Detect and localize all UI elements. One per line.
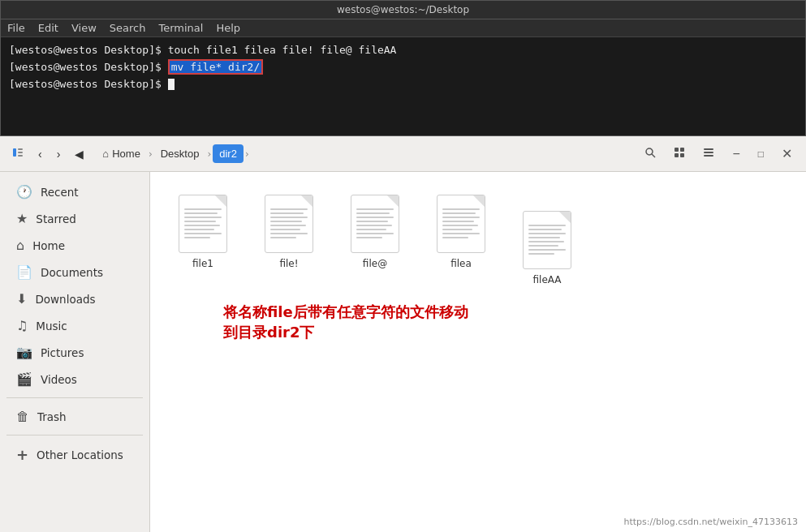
sidebar-label-downloads: Downloads xyxy=(35,293,95,306)
toolbar-right: − □ ✕ xyxy=(637,142,800,165)
svg-line-5 xyxy=(652,154,655,157)
terminal-window: westos@westos:~/Desktop File Edit View S… xyxy=(0,0,806,136)
breadcrumb-desktop[interactable]: Desktop xyxy=(154,144,206,163)
sidebar-item-other-locations[interactable]: + Other Locations xyxy=(3,440,146,469)
trash-icon: 🗑 xyxy=(16,409,29,424)
terminal-line-2: [westos@westos Desktop]$ mv file* dir2/ xyxy=(9,59,797,76)
terminal-title: westos@westos:~/Desktop xyxy=(337,4,469,15)
file-icon-filea xyxy=(437,195,485,253)
search-icon xyxy=(644,147,656,158)
sidebar-label-recent: Recent xyxy=(41,186,79,199)
sidebar-item-recent[interactable]: 🕐 Recent xyxy=(3,178,146,205)
grid-view-button[interactable] xyxy=(666,142,692,165)
file-grid: file1 file! xyxy=(166,188,790,292)
terminal-line-3: [westos@westos Desktop]$ xyxy=(9,76,797,93)
terminal-menubar[interactable]: File Edit View Search Terminal Help xyxy=(1,19,805,37)
file-name-file1: file1 xyxy=(192,258,213,269)
terminal-titlebar: westos@westos:~/Desktop xyxy=(1,1,805,19)
menu-search[interactable]: Search xyxy=(110,22,146,34)
menu-help[interactable]: Help xyxy=(216,22,240,34)
sidebar-divider xyxy=(6,397,143,398)
svg-rect-0 xyxy=(13,148,16,157)
file-item-file1[interactable]: file1 xyxy=(166,188,239,292)
music-icon: ♫ xyxy=(16,318,28,333)
breadcrumb-sep-1: › xyxy=(149,148,153,160)
sidebar-label-home: Home xyxy=(32,239,65,252)
file-name-file-at: file@ xyxy=(363,258,387,269)
forward-button[interactable]: › xyxy=(51,144,67,165)
svg-rect-8 xyxy=(675,153,679,157)
breadcrumb: ⌂ Home › Desktop › dir2 › xyxy=(93,144,634,163)
svg-rect-7 xyxy=(680,148,684,152)
breadcrumb-home[interactable]: ⌂ Home xyxy=(96,144,147,163)
list-view-button[interactable] xyxy=(696,142,722,165)
sidebar-label-videos: Videos xyxy=(41,373,77,386)
sidebar-divider-2 xyxy=(6,435,143,435)
maximize-button[interactable]: □ xyxy=(751,142,771,165)
svg-rect-10 xyxy=(704,148,713,150)
file-item-file-exclaim[interactable]: file! xyxy=(252,188,325,292)
minimize-button[interactable]: − xyxy=(725,142,747,165)
sidebar-item-documents[interactable]: 📄 Documents xyxy=(3,259,146,285)
menu-view[interactable]: View xyxy=(71,22,97,34)
file-icon-file1 xyxy=(179,195,227,253)
grid-view-icon xyxy=(674,147,685,158)
highlighted-command: mv file* dir2/ xyxy=(168,59,264,75)
file-area: file1 file! xyxy=(150,172,806,532)
home-sidebar-icon: ⌂ xyxy=(16,238,24,253)
breadcrumb-dir2[interactable]: dir2 xyxy=(213,144,244,163)
breadcrumb-sep-2: › xyxy=(207,148,211,160)
sidebar-item-downloads[interactable]: ⬇ Downloads xyxy=(3,285,146,312)
close-button[interactable]: ✕ xyxy=(774,142,800,165)
file-name-fileAA: fileAA xyxy=(532,274,561,285)
file-item-file-at[interactable]: file@ xyxy=(338,188,412,292)
svg-rect-12 xyxy=(704,155,713,157)
sidebar-label-other-locations: Other Locations xyxy=(37,448,123,461)
watermark-text: https://blog.csdn.net/weixin_47133613 xyxy=(623,517,798,527)
back-button[interactable]: ‹ xyxy=(32,144,48,165)
other-locations-icon: + xyxy=(16,446,28,463)
sidebar-item-music[interactable]: ♫ Music xyxy=(3,312,146,339)
videos-icon: 🎬 xyxy=(16,371,32,387)
menu-terminal[interactable]: Terminal xyxy=(158,22,203,34)
sidebar-toggle-icon xyxy=(12,147,24,158)
watermark: https://blog.csdn.net/weixin_47133613 xyxy=(623,517,798,527)
sidebar-item-trash[interactable]: 🗑 Trash xyxy=(3,403,146,430)
annotation-text: 将名称file后带有任意字符的文件移动到目录dir2下 xyxy=(223,302,468,342)
file-item-fileAA[interactable]: fileAA xyxy=(511,204,584,292)
svg-rect-11 xyxy=(704,152,713,153)
sidebar: 🕐 Recent ★ Starred ⌂ Home 📄 Documents ⬇ … xyxy=(0,172,150,532)
svg-rect-3 xyxy=(18,155,23,157)
terminal-body: [westos@westos Desktop]$ touch file1 fil… xyxy=(1,37,805,97)
terminal-line-1: [westos@westos Desktop]$ touch file1 fil… xyxy=(9,42,797,59)
sidebar-label-trash: Trash xyxy=(37,410,67,423)
svg-rect-6 xyxy=(675,148,679,152)
search-button[interactable] xyxy=(637,142,663,165)
downloads-icon: ⬇ xyxy=(16,291,27,307)
breadcrumb-home-label: Home xyxy=(112,148,140,160)
svg-point-4 xyxy=(646,148,653,155)
list-view-icon xyxy=(703,147,714,158)
breadcrumb-sep-3: › xyxy=(245,148,249,160)
file-icon-fileAA xyxy=(523,211,571,269)
main-area: 🕐 Recent ★ Starred ⌂ Home 📄 Documents ⬇ … xyxy=(0,172,806,532)
menu-file[interactable]: File xyxy=(7,22,25,34)
file-manager: ‹ › ◀ ⌂ Home › Desktop › dir2 › xyxy=(0,136,806,532)
sidebar-item-starred[interactable]: ★ Starred xyxy=(3,205,146,232)
history-button[interactable]: ◀ xyxy=(69,144,89,165)
svg-rect-1 xyxy=(18,148,23,150)
sidebar-toggle-button[interactable] xyxy=(6,143,29,165)
sidebar-item-videos[interactable]: 🎬 Videos xyxy=(3,366,146,393)
sidebar-item-pictures[interactable]: 📷 Pictures xyxy=(3,339,146,366)
svg-rect-9 xyxy=(680,153,684,157)
pictures-icon: 📷 xyxy=(16,345,32,360)
sidebar-item-home[interactable]: ⌂ Home xyxy=(3,232,146,259)
menu-edit[interactable]: Edit xyxy=(38,22,58,34)
svg-rect-2 xyxy=(18,152,23,153)
sidebar-label-starred: Starred xyxy=(36,212,76,225)
file-item-filea[interactable]: filea xyxy=(425,188,498,292)
sidebar-label-documents: Documents xyxy=(41,266,103,279)
file-name-file-exclaim: file! xyxy=(279,258,298,269)
file-name-filea: filea xyxy=(450,258,472,269)
file-icon-file-at xyxy=(351,195,399,253)
